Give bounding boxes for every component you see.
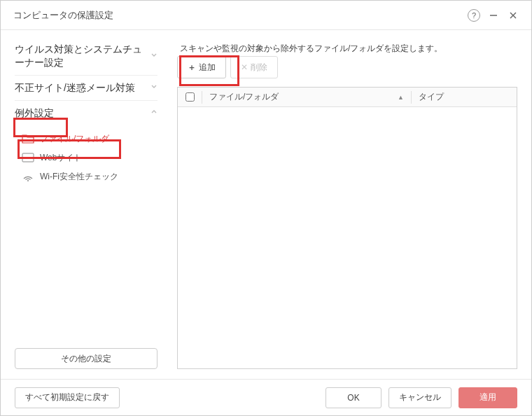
sidebar-item-label: Wi-Fi安全性チェック <box>40 171 118 183</box>
sidebar-group-exceptions[interactable]: 例外設定 <box>15 101 158 125</box>
x-icon: ✕ <box>241 62 248 72</box>
reset-defaults-label: すべて初期設定に戻す <box>25 391 109 403</box>
footer: すべて初期設定に戻す OK キャンセル 適用 <box>1 379 531 415</box>
cancel-button[interactable]: キャンセル <box>388 387 451 408</box>
sidebar-item-wifi[interactable]: Wi-Fi安全性チェック <box>15 167 158 186</box>
chevron-down-icon <box>146 52 158 60</box>
select-all-cell[interactable] <box>178 92 202 102</box>
sidebar-subitems: ファイル/フォルダ www Webサイト Wi-Fi安全性チェック <box>15 125 158 189</box>
table-body <box>178 107 517 368</box>
body: ウイルス対策とシステムチューナー設定 不正サイト/迷惑メール対策 例外設定 <box>1 30 531 379</box>
column-type-label: タイプ <box>419 91 444 103</box>
add-button-label: 追加 <box>199 62 216 74</box>
apply-label: 適用 <box>479 391 496 403</box>
www-icon: www <box>22 153 34 162</box>
main-panel: スキャンや監視の対象から除外するファイル/フォルダを設定します。 ＋ 追加 ✕ … <box>177 43 517 369</box>
sidebar-group-antivirus[interactable]: ウイルス対策とシステムチューナー設定 <box>15 43 158 76</box>
apply-button[interactable]: 適用 <box>458 387 517 408</box>
reset-defaults-button[interactable]: すべて初期設定に戻す <box>15 387 120 408</box>
sidebar: ウイルス対策とシステムチューナー設定 不正サイト/迷惑メール対策 例外設定 <box>15 43 158 369</box>
column-header-file[interactable]: ファイル/フォルダ ▲ <box>202 91 411 103</box>
plus-icon: ＋ <box>188 62 196 74</box>
window: コンピュータの保護設定 ? ウイルス対策とシステムチューナー設定 不正サイト/迷… <box>0 0 532 416</box>
close-button[interactable] <box>503 6 523 25</box>
sidebar-item-website[interactable]: www Webサイト <box>15 148 158 167</box>
select-all-checkbox[interactable] <box>186 92 195 102</box>
exclusion-table: ファイル/フォルダ ▲ タイプ <box>177 87 517 369</box>
sidebar-group-websafe[interactable]: 不正サイト/迷惑メール対策 <box>15 76 158 101</box>
toolbar: ＋ 追加 ✕ 削除 <box>177 56 517 78</box>
table-header: ファイル/フォルダ ▲ タイプ <box>178 88 517 107</box>
help-icon: ? <box>468 9 480 22</box>
ok-label: OK <box>347 393 359 403</box>
add-button[interactable]: ＋ 追加 <box>177 56 226 78</box>
chevron-up-icon <box>146 109 158 117</box>
sidebar-group-label: 例外設定 <box>15 106 146 120</box>
wifi-icon <box>22 172 34 181</box>
sidebar-group-label: 不正サイト/迷惑メール対策 <box>15 81 146 95</box>
sidebar-item-file-folder[interactable]: ファイル/フォルダ <box>15 130 158 148</box>
folder-icon <box>22 134 34 144</box>
column-header-type[interactable]: タイプ <box>412 91 517 103</box>
svg-text:www: www <box>23 155 32 160</box>
titlebar: コンピュータの保護設定 ? <box>1 1 531 30</box>
sidebar-item-label: ファイル/フォルダ <box>40 133 109 145</box>
description-text: スキャンや監視の対象から除外するファイル/フォルダを設定します。 <box>177 43 517 55</box>
sidebar-group-label: ウイルス対策とシステムチューナー設定 <box>15 43 146 69</box>
other-settings-label: その他の設定 <box>61 353 111 365</box>
help-button[interactable]: ? <box>464 6 484 25</box>
other-settings-button[interactable]: その他の設定 <box>15 348 158 369</box>
chevron-down-icon <box>146 83 158 92</box>
cancel-label: キャンセル <box>399 391 441 403</box>
minimize-button[interactable] <box>484 6 503 25</box>
column-file-label: ファイル/フォルダ <box>209 91 279 103</box>
delete-button: ✕ 削除 <box>230 56 278 78</box>
sidebar-item-label: Webサイト <box>40 152 82 164</box>
ok-button[interactable]: OK <box>326 387 382 408</box>
svg-point-5 <box>27 180 29 181</box>
window-title: コンピュータの保護設定 <box>13 9 464 22</box>
sort-asc-icon: ▲ <box>398 94 404 101</box>
delete-button-label: 削除 <box>251 62 267 74</box>
